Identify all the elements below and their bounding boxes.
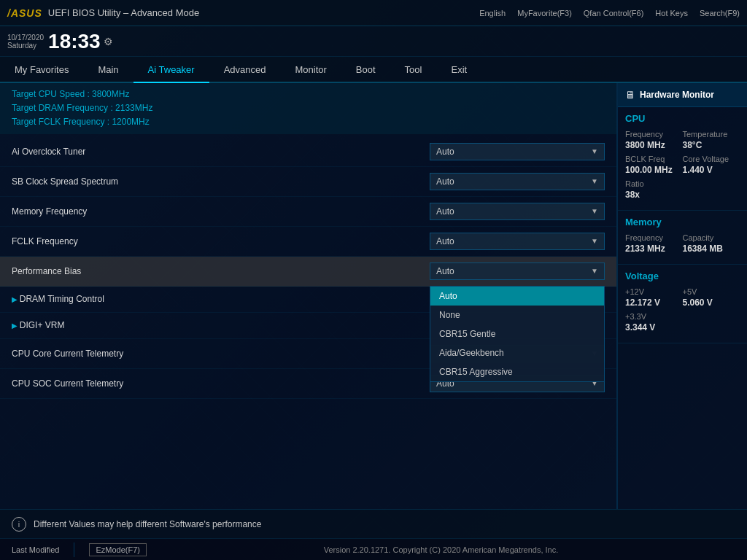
cpu-soc-telemetry-label: CPU SOC Current Telemetry: [12, 378, 430, 389]
cpu-temp-value: 38°C: [683, 140, 740, 150]
monitor-icon: 🖥: [625, 89, 635, 101]
target-fclk-info: Target FCLK Frequency : 1200MHz: [12, 115, 605, 129]
cpu-freq-row: Frequency 3800 MHz Temperature 38°C: [625, 130, 740, 150]
option-auto[interactable]: Auto: [430, 287, 604, 306]
content-wrapper: Target CPU Speed : 3800MHz Target DRAM F…: [0, 83, 747, 509]
header-bar: /ASUS UEFI BIOS Utility – Advanced Mode …: [0, 0, 747, 26]
ai-overclock-dropdown[interactable]: Auto ▼: [430, 143, 605, 160]
cpu-core-telemetry-label: CPU Core Current Telemetry: [12, 349, 430, 359]
core-voltage-value: 1.440 V: [683, 165, 740, 175]
bclk-value: 100.00 MHz: [625, 165, 683, 175]
performance-bias-menu: Auto None CBR15 Gentle Aida/Geekbench CB…: [430, 286, 605, 382]
memory-freq-label: Memory Frequency: [12, 206, 430, 217]
mem-capacity-value: 16384 MB: [683, 244, 740, 254]
hotkeys-btn[interactable]: Hot Keys: [655, 9, 688, 18]
cpu-section-title: CPU: [625, 113, 740, 124]
v5-value: 5.060 V: [683, 298, 740, 308]
v33-col: +3.3V 3.344 V: [625, 312, 740, 332]
logo-area: /ASUS UEFI BIOS Utility – Advanced Mode: [7, 7, 199, 19]
bottom-info-bar: i Different Values may help different So…: [0, 509, 747, 538]
cpu-freq-value: 3800 MHz: [625, 140, 683, 150]
myfavorite-btn[interactable]: MyFavorite(F3): [517, 9, 572, 18]
header-controls: English MyFavorite(F3) Qfan Control(F6) …: [479, 9, 740, 18]
time-display: 18:33: [48, 31, 101, 52]
nav-monitor[interactable]: Monitor: [281, 57, 341, 83]
day-display: Saturday: [7, 42, 44, 50]
option-none[interactable]: None: [430, 306, 604, 324]
v33-label: +3.3V: [625, 312, 740, 321]
cpu-freq-label: Frequency: [625, 130, 683, 139]
sb-clock-label: SB Clock Spread Spectrum: [12, 176, 430, 187]
last-modified-btn[interactable]: Last Modified: [12, 545, 59, 554]
chevron-down-icon: ▼: [591, 177, 598, 185]
mem-freq-label: Frequency: [625, 233, 683, 242]
cpu-bclk-row: BCLK Freq 100.00 MHz Core Voltage 1.440 …: [625, 155, 740, 175]
chevron-down-icon: ▼: [591, 147, 598, 155]
sb-clock-row: SB Clock Spread Spectrum Auto ▼: [0, 167, 616, 197]
chevron-down-icon: ▼: [591, 207, 598, 215]
option-aida-geekbench[interactable]: Aida/Geekbench: [430, 343, 604, 362]
nav-advanced[interactable]: Advanced: [209, 57, 281, 83]
footer-left: Last Modified EzMode(F7): [12, 542, 147, 557]
nav-exit[interactable]: Exit: [436, 57, 481, 83]
nav-ai-tweaker[interactable]: Ai Tweaker: [133, 57, 209, 83]
option-cbr15-aggressive[interactable]: CBR15 Aggressive: [430, 362, 604, 381]
fclk-freq-dropdown[interactable]: Auto ▼: [430, 233, 605, 250]
date-display: 10/17/2020: [7, 34, 44, 42]
hw-monitor-title: Hardware Monitor: [640, 90, 714, 100]
cpu-voltage-col: Core Voltage 1.440 V: [683, 155, 740, 175]
performance-bias-row: Performance Bias Auto ▼ Auto None CBR15 …: [0, 257, 616, 287]
hw-monitor-header: 🖥 Hardware Monitor: [618, 83, 747, 107]
cpu-temp-label: Temperature: [683, 130, 740, 139]
mem-freq-col: Frequency 2133 MHz: [625, 233, 683, 254]
asus-logo: /ASUS: [7, 7, 42, 19]
v33-row: +3.3V 3.344 V: [625, 312, 740, 332]
ai-overclock-value: Auto: [436, 147, 454, 157]
ratio-label: Ratio: [625, 179, 740, 188]
nav-main[interactable]: Main: [83, 57, 133, 83]
memory-freq-value: Auto: [436, 206, 454, 217]
cpu-ratio-row: Ratio 38x: [625, 179, 740, 200]
cpu-temp-col: Temperature 38°C: [683, 130, 740, 150]
mem-capacity-col: Capacity 16384 MB: [683, 233, 740, 254]
memory-freq-row: Memory Frequency Auto ▼: [0, 197, 616, 227]
memory-freq-dropdown[interactable]: Auto ▼: [430, 203, 605, 220]
nav-my-favorites[interactable]: My Favorites: [0, 57, 83, 83]
v12-label: +12V: [625, 287, 683, 296]
datetime-bar: 10/17/2020 Saturday 18:33 ⚙: [0, 26, 747, 57]
settings-gear-icon[interactable]: ⚙: [104, 36, 113, 47]
bclk-label: BCLK Freq: [625, 155, 683, 163]
performance-bias-dropdown[interactable]: Auto ▼: [430, 262, 605, 280]
sb-clock-dropdown[interactable]: Auto ▼: [430, 173, 605, 190]
ez-mode-btn[interactable]: EzMode(F7): [89, 543, 147, 556]
footer-version: Version 2.20.1271. Copyright (C) 2020 Am…: [324, 545, 559, 554]
info-bar: Target CPU Speed : 3800MHz Target DRAM F…: [0, 83, 616, 134]
english-btn[interactable]: English: [479, 9, 506, 18]
chevron-down-icon: ▼: [591, 267, 598, 275]
info-icon: i: [12, 517, 26, 532]
v12-col: +12V 12.172 V: [625, 287, 683, 308]
cpu-freq-col: Frequency 3800 MHz: [625, 130, 683, 150]
target-cpu-info: Target CPU Speed : 3800MHz: [12, 88, 605, 101]
memory-section-title: Memory: [625, 217, 740, 228]
right-panel: 🖥 Hardware Monitor CPU Frequency 3800 MH…: [617, 83, 747, 509]
bios-title: UEFI BIOS Utility – Advanced Mode: [48, 7, 199, 18]
fclk-freq-label: FCLK Frequency: [12, 236, 430, 246]
main-navigation: My Favorites Main Ai Tweaker Advanced Mo…: [0, 57, 747, 83]
ratio-value: 38x: [625, 190, 740, 200]
nav-boot[interactable]: Boot: [341, 57, 390, 83]
option-cbr15-gentle[interactable]: CBR15 Gentle: [430, 324, 604, 343]
voltage-section-title: Voltage: [625, 271, 740, 281]
chevron-down-icon: ▼: [591, 237, 598, 245]
cpu-bclk-col: BCLK Freq 100.00 MHz: [625, 155, 683, 175]
cpu-ratio-col: Ratio 38x: [625, 179, 740, 200]
info-message: Different Values may help different Soft…: [34, 519, 261, 529]
performance-bias-value: Auto: [436, 266, 454, 276]
target-dram-info: Target DRAM Frequency : 2133MHz: [12, 101, 605, 115]
voltage-section: Voltage +12V 12.172 V +5V 5.060 V +3.3V …: [618, 265, 747, 343]
memory-section: Memory Frequency 2133 MHz Capacity 16384…: [618, 211, 747, 265]
search-btn[interactable]: Search(F9): [700, 9, 740, 18]
nav-tool[interactable]: Tool: [390, 57, 437, 83]
qfan-btn[interactable]: Qfan Control(F6): [584, 9, 644, 18]
ai-overclock-row: Ai Overclock Tuner Auto ▼: [0, 137, 616, 167]
